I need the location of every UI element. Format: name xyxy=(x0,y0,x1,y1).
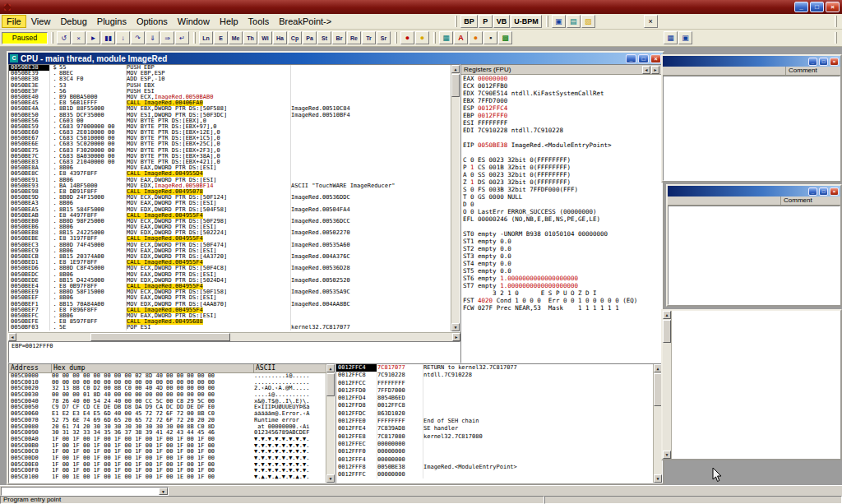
disasm-row[interactable]: 0050BEF1.8B15 70A84A00MOV EDX,DWORD PTR … xyxy=(9,302,451,307)
disasm-row[interactable]: 0050BEB0.8B0D 98F25000MOV ECX,DWORD PTR … xyxy=(9,219,451,224)
disasm-row[interactable]: 0050BEE4.E8 0B97F8FFCALL ImageRed.004955… xyxy=(9,284,451,289)
register-row[interactable]: ST3 empty 0.0 xyxy=(463,252,662,260)
disassembly-pane[interactable]: 0050BE38$55PUSH EBP0050BE39.8BECMOV EBP,… xyxy=(8,64,460,332)
disasm-row[interactable]: 0050BE67.C683 C5010000 00MOV BYTE PTR DS… xyxy=(9,136,451,141)
register-row[interactable]: D 0 xyxy=(463,201,662,208)
cpu-close-icon[interactable]: × xyxy=(650,54,661,63)
window-table-button[interactable]: Ln xyxy=(199,31,213,44)
disasm-row[interactable]: 0050BEA3.8B06MOV EAX,DWORD PTR DS:[ESI] xyxy=(9,201,451,206)
disasm-row[interactable]: 0050BE6E.C683 5C020000 00MOV BYTE PTR DS… xyxy=(9,141,451,147)
disasm-row[interactable]: 0050BE60.C683 2E010000 00MOV BYTE PTR DS… xyxy=(9,130,451,136)
scroll-up-icon[interactable]: ▲ xyxy=(663,311,671,319)
registers-pane-header[interactable]: Registers (FPU) ◄ ► xyxy=(461,65,662,75)
highlight-icon[interactable]: ● xyxy=(415,31,429,44)
stack-row[interactable]: 0012FFD07FFD7000 xyxy=(336,387,653,395)
disasm-row[interactable]: 0050BEB8.8B15 24225000MOV EDX,DWORD PTR … xyxy=(9,230,451,236)
register-row[interactable]: Z 1 DS 0023 32bit 0(FFFFFFFF) xyxy=(463,178,662,186)
side-window-3-vscrollbar[interactable]: ▲ ▼ xyxy=(663,311,672,459)
register-row[interactable]: ST1 empty 0.0 xyxy=(463,238,662,245)
scroll-thumb[interactable] xyxy=(326,373,335,396)
dump-row[interactable]: 005C000000 00 00 00 00 00 00 00 02 8D 40… xyxy=(9,373,326,380)
dump-row[interactable]: 005C01001F 00 1E 00 1F 00 1E 00 1F 00 1F… xyxy=(9,474,326,481)
dump-row[interactable]: 005C002032 13 8B C0 D2 00 8B C0 00 40 4D… xyxy=(9,386,326,392)
breakpoints-icon[interactable]: ● xyxy=(400,31,414,44)
menu-debug[interactable]: Debug xyxy=(55,15,91,28)
scroll-down-icon[interactable]: ▼ xyxy=(326,474,335,483)
register-row[interactable]: FCW 027F Prec NEAR,53 Mask 1 1 1 1 1 1 xyxy=(463,304,662,312)
dump-row[interactable]: 005C009030 31 32 33 34 35 36 37 38 39 41… xyxy=(9,430,326,437)
window-table-button[interactable]: Pa xyxy=(303,31,317,44)
stack-row[interactable]: 0012FFCCFFFFFFFF xyxy=(336,380,653,387)
register-row[interactable]: O 0 LastErr ERROR_SUCCESS (00000000) xyxy=(463,208,662,215)
window-table-button[interactable]: Cp xyxy=(288,31,302,44)
breakpoint-toolbar-button[interactable]: U-BPM xyxy=(511,15,542,28)
stack-row[interactable]: 0012FFDC863D1020 xyxy=(336,410,653,418)
dump-row[interactable]: 005C001000 00 00 00 00 00 00 00 00 00 00… xyxy=(9,380,326,386)
disasm-row[interactable]: 0050BE91.8B06MOV EAX,DWORD PTR DS:[ESI] xyxy=(9,178,451,183)
dump-vscrollbar[interactable]: ▲ ▼ xyxy=(326,364,335,483)
disasm-row[interactable]: 0050BEFC.8B06MOV EAX,DWORD PTR DS:[ESI] xyxy=(9,313,451,319)
register-row[interactable]: 3 2 1 0 E S P U O Z D I xyxy=(463,289,662,297)
disasm-row[interactable]: 0050BECB.8B15 20374A00MOV EDX,DWORD PTR … xyxy=(9,254,451,260)
register-row[interactable]: EIP 0050BE38 ImageRed.<ModuleEntryPoint> xyxy=(463,141,662,149)
stack-row[interactable]: 0012FFC87C910228ntdll.7C910228 xyxy=(336,372,653,379)
disasm-row[interactable]: 0050BEE9.8B0D 58F15000MOV ECX,DWORD PTR … xyxy=(9,289,451,295)
register-row[interactable]: ESP 0012FFC4 xyxy=(463,104,662,112)
scroll-up-icon[interactable]: ▲ xyxy=(451,65,460,73)
window-table-button[interactable]: Br xyxy=(332,31,346,44)
disasm-row[interactable]: 0050BEA5.8B15 584F5000MOV EDX,DWORD PTR … xyxy=(9,207,451,213)
cpu-titlebar[interactable]: C CPU - main thread, module ImageRed _ □… xyxy=(8,53,663,64)
close-program-icon[interactable]: × xyxy=(72,31,86,44)
dump-row[interactable]: 005C008020 61 74 20 30 30 30 30 30 30 30… xyxy=(9,424,326,431)
window-table-button[interactable]: Sr xyxy=(377,31,391,44)
window-table-button[interactable]: Re xyxy=(347,31,361,44)
dump-row[interactable]: 005C00E01F 00 1F 00 1F 00 1F 00 1F 00 1F… xyxy=(9,462,326,469)
animate-into-icon[interactable]: ⇓ xyxy=(146,31,160,44)
dark-options-icon[interactable]: ▪ xyxy=(483,31,497,44)
breakpoint-toolbar-button[interactable]: P xyxy=(479,15,493,28)
dump-row[interactable]: 005C00B01F 00 1F 00 1F 00 1F 00 1F 00 1F… xyxy=(9,443,326,450)
register-row[interactable]: ST7 empty 1.0000000000000000000 xyxy=(463,282,662,289)
disasm-row[interactable]: 0050BE3E.53PUSH EBX xyxy=(9,83,451,89)
comment-column-header[interactable]: Comment xyxy=(781,197,840,205)
info-pane[interactable]: EBP=0012FFF0 xyxy=(8,341,460,363)
tools-icon[interactable]: ▦ xyxy=(439,31,453,44)
patch-icon[interactable]: ▩ xyxy=(498,31,512,44)
disasm-row[interactable]: 0050BE9D.8B0D 24F15000MOV ECX,DWORD PTR … xyxy=(9,195,451,201)
comment-column-header[interactable]: Comment xyxy=(786,67,840,75)
execute-return-icon[interactable]: ↵ xyxy=(175,31,189,44)
disasm-row[interactable]: 0050BE39.8BECMOV EBP,ESP xyxy=(9,71,451,76)
dump-row[interactable]: 005C004078 26 40 00 54 24 40 00 00 CC 5C… xyxy=(9,399,326,405)
disasm-row[interactable]: 0050BE93.BA 14BF5000MOV EDX,ImageRed.005… xyxy=(9,183,451,189)
cascade-windows-icon[interactable]: ▣ xyxy=(678,31,692,44)
stack-row[interactable]: 0012FFF80050BE38ImageRed.<ModuleEntryPoi… xyxy=(336,464,653,471)
dump-row[interactable]: 005C00F01F 00 1F 00 1F 00 1F 00 1F 00 1F… xyxy=(9,468,326,474)
disasm-row[interactable]: 0050BE45.E8 56B1EFFFCALL ImageRed.00406F… xyxy=(9,100,451,106)
menu-window[interactable]: Window xyxy=(173,15,215,28)
command-combobox[interactable]: ▼ xyxy=(1,487,169,496)
stack-row[interactable]: 0012FFE47C839AD8SE handler xyxy=(336,425,653,432)
register-row[interactable]: ST0 empty -UNORM B938 01050104 00000000 xyxy=(463,230,662,238)
menu-breakpoint[interactable]: BreakPoint-> xyxy=(274,15,336,28)
disasm-row[interactable]: 0050BE3B.83C4 F0ADD ESP,-10 xyxy=(9,76,451,82)
disasm-row[interactable]: 0050BEEF.8B06MOV EAX,DWORD PTR DS:[ESI] xyxy=(9,295,451,301)
dump-pane[interactable]: AddressHex dumpASCII 005C000000 00 00 00… xyxy=(8,363,335,483)
register-row[interactable]: A 0 SS 0023 32bit 0(FFFFFFFF) xyxy=(463,171,662,178)
stack-row[interactable]: 0012FFEC00000000 xyxy=(336,441,653,448)
menu-help[interactable]: Help xyxy=(215,15,243,28)
dump-col-address[interactable]: Address xyxy=(9,364,52,372)
toolbar-grip[interactable] xyxy=(835,16,837,27)
window-table-button[interactable]: Ha xyxy=(273,31,287,44)
close-icon[interactable]: × xyxy=(826,2,840,12)
dump-row[interactable]: 005C003000 00 00 01 8D 40 00 00 00 00 00… xyxy=(9,392,326,399)
scroll-left-icon[interactable]: ◄ xyxy=(8,333,16,341)
register-row[interactable] xyxy=(463,149,662,156)
disasm-row[interactable]: 0050BE8C.E8 4397F8FFCALL ImageRed.004955… xyxy=(9,171,451,177)
disasm-row[interactable]: 0050BED1.E8 1E97F8FFCALL ImageRed.004955… xyxy=(9,260,451,266)
disasm-hscrollbar[interactable]: ◄ ► xyxy=(8,332,460,341)
window-table-button[interactable]: Wi xyxy=(258,31,272,44)
register-row[interactable]: T 0 GS 0000 NULL xyxy=(463,193,662,201)
register-row[interactable]: ESI FFFFFFFF xyxy=(463,119,662,127)
register-row[interactable]: EFL 00000246 (NO,NB,E,BE,NS,PE,GE,LE) xyxy=(463,215,662,223)
disasm-row[interactable]: 0050BEFE.E8 8597F8FFCALL ImageRed.004956… xyxy=(9,319,451,325)
